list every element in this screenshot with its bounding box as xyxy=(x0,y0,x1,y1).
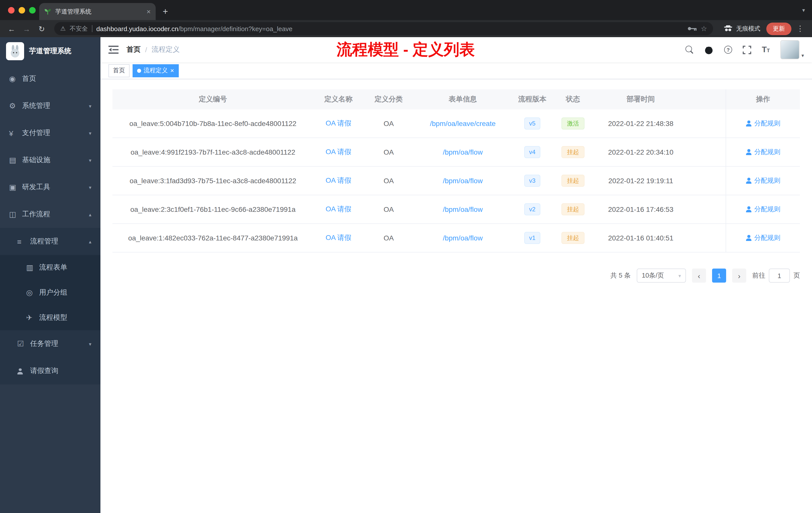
chevron-down-icon: ▾ xyxy=(89,341,91,346)
search-icon[interactable] xyxy=(686,46,694,54)
prev-page-button[interactable]: ‹ xyxy=(692,269,706,282)
sidebar-item-process-model[interactable]: ✈ 流程模型 xyxy=(0,305,100,330)
sidebar-item-label: 流程模型 xyxy=(39,313,91,322)
status-badge: 挂起 xyxy=(561,175,584,187)
forward-icon[interactable]: → xyxy=(20,25,33,32)
gear-icon: ⚙ xyxy=(9,101,22,111)
help-icon[interactable]: ? xyxy=(724,46,732,54)
sidebar-item-process-management[interactable]: ≡ 流程管理 ▴ xyxy=(0,228,100,255)
sidebar-item-label: 请假查询 xyxy=(30,366,91,375)
definition-id: oa_leave:2:3c1f0ef1-76b1-11ec-9c66-a2380… xyxy=(113,195,313,223)
status-badge: 激活 xyxy=(561,117,584,129)
page-content: 定义编号 定义名称 定义分类 表单信息 流程版本 状态 部署时间 操作 oa_l… xyxy=(100,79,812,513)
sidebar-item-workflow[interactable]: ◫ 工作流程 ▴ xyxy=(0,201,100,228)
sidebar-item-task-management[interactable]: ☑ 任务管理 ▾ xyxy=(0,330,100,357)
reload-icon[interactable]: ↻ xyxy=(35,25,48,32)
address-bar[interactable]: ⚠ 不安全 dashboard.yudao.iocoder.cn/bpm/man… xyxy=(54,22,713,35)
definition-id: oa_leave:3:1fad3d93-7b75-11ec-a3c8-acde4… xyxy=(113,167,313,195)
sidebar-logo: 芋道管理系统 xyxy=(0,37,100,65)
tab-close-icon[interactable]: × xyxy=(147,8,151,15)
breadcrumb: 首页 / 流程定义 xyxy=(126,45,180,54)
back-icon[interactable]: ← xyxy=(5,25,18,32)
browser-update-button[interactable]: 更新 xyxy=(766,22,791,35)
sidebar-item-payment[interactable]: ¥ 支付管理 ▾ xyxy=(0,119,100,147)
column-header: 表单信息 xyxy=(414,89,512,110)
sidebar-item-label: 流程表单 xyxy=(39,263,91,272)
next-page-button[interactable]: › xyxy=(732,269,746,282)
form-link[interactable]: /bpm/oa/flow xyxy=(443,205,483,213)
sidebar-item-leave-query[interactable]: 请假查询 xyxy=(0,357,100,385)
bookmark-star-icon[interactable]: ☆ xyxy=(701,25,707,32)
definition-name-link[interactable]: OA 请假 xyxy=(326,119,351,128)
breadcrumb-home[interactable]: 首页 xyxy=(126,45,141,54)
form-link[interactable]: /bpm/oa/flow xyxy=(443,177,483,185)
avatar[interactable] xyxy=(780,40,800,59)
assign-rule-link[interactable]: 分配规则 xyxy=(746,205,780,214)
browser-menu-icon[interactable]: ⋮ xyxy=(793,24,807,33)
row-spacer xyxy=(689,195,726,223)
list-icon: ≡ xyxy=(17,237,30,246)
close-window-button[interactable] xyxy=(8,7,14,13)
definition-category: OA xyxy=(364,224,414,252)
tag-process-definition[interactable]: 流程定义 × xyxy=(133,64,178,77)
minimize-window-button[interactable] xyxy=(19,7,25,13)
deploy-time: 2022-01-16 17:46:53 xyxy=(593,195,689,223)
breadcrumb-separator: / xyxy=(145,46,147,54)
font-size-icon[interactable]: TT xyxy=(762,46,770,54)
row-spacer xyxy=(689,110,726,138)
sidebar-item-label: 用户分组 xyxy=(39,288,91,297)
zoom-window-button[interactable] xyxy=(29,7,36,13)
password-key-icon[interactable] xyxy=(688,26,697,31)
person-icon xyxy=(17,367,30,375)
form-link[interactable]: /bpm/oa/leave/create xyxy=(430,119,496,127)
assign-rule-label: 分配规则 xyxy=(754,205,780,214)
tag-close-icon[interactable]: × xyxy=(170,67,174,74)
fullscreen-icon[interactable] xyxy=(743,46,751,54)
definition-name-link[interactable]: OA 请假 xyxy=(326,233,351,242)
sidebar-item-devtools[interactable]: ▣ 研发工具 ▾ xyxy=(0,174,100,201)
assign-rule-link[interactable]: 分配规则 xyxy=(746,119,780,128)
assign-rule-label: 分配规则 xyxy=(754,119,780,128)
security-label[interactable]: 不安全 xyxy=(70,24,88,33)
form-link[interactable]: /bpm/oa/flow xyxy=(443,234,483,242)
goto-page-input[interactable] xyxy=(769,269,790,282)
sidebar-item-process-form[interactable]: ▥ 流程表单 xyxy=(0,255,100,280)
form-link[interactable]: /bpm/oa/flow xyxy=(443,148,483,156)
assign-rule-label: 分配规则 xyxy=(754,176,780,185)
tags-view: 首页 流程定义 × xyxy=(100,62,812,79)
sidebar-item-user-group[interactable]: ◎ 用户分组 xyxy=(0,280,100,305)
sidebar-item-infrastructure[interactable]: ▤ 基础设施 ▾ xyxy=(0,147,100,174)
url-text[interactable]: dashboard.yudao.iocoder.cn/bpm/manager/d… xyxy=(96,25,292,32)
definition-name-link[interactable]: OA 请假 xyxy=(326,148,351,157)
tab-search-chevron-icon[interactable]: ▾ xyxy=(802,7,805,13)
app-frame: 芋道管理系统 ◉ 首页 ⚙ 系统管理 ▾ ¥ 支付管理 ▾ ▤ 基础设施 ▾ xyxy=(0,37,812,513)
user-avatar-wrap[interactable]: ▾ xyxy=(780,40,804,59)
sidebar-fold-icon[interactable] xyxy=(109,45,118,54)
assign-rule-link[interactable]: 分配规则 xyxy=(746,148,780,157)
definition-category: OA xyxy=(364,110,414,138)
logo-rabbit-icon xyxy=(6,42,24,60)
browser-tab[interactable]: 芋道管理系统 × xyxy=(39,3,156,20)
sidebar-item-system[interactable]: ⚙ 系统管理 ▾ xyxy=(0,92,100,119)
person-icon xyxy=(746,206,752,212)
new-tab-button[interactable]: + xyxy=(163,7,168,16)
definition-name-link[interactable]: OA 请假 xyxy=(326,205,351,214)
github-icon[interactable] xyxy=(704,45,714,55)
assign-rule-link[interactable]: 分配规则 xyxy=(746,176,780,185)
chevron-down-icon: ▾ xyxy=(89,184,91,190)
version-badge: v5 xyxy=(524,117,540,129)
sidebar-item-label: 基础设施 xyxy=(22,156,89,164)
assign-rule-link[interactable]: 分配规则 xyxy=(746,233,780,242)
window-controls xyxy=(8,7,36,13)
sidebar-item-home[interactable]: ◉ 首页 xyxy=(0,65,100,92)
definition-category: OA xyxy=(364,138,414,166)
page-annotation: 流程模型 - 定义列表 xyxy=(337,39,475,60)
page-number-button[interactable]: 1 xyxy=(712,269,726,282)
deploy-time: 2022-01-16 01:40:51 xyxy=(593,224,689,252)
sidebar-item-label: 支付管理 xyxy=(22,128,89,138)
version-badge: v1 xyxy=(524,232,540,244)
person-icon xyxy=(746,120,752,126)
tag-home[interactable]: 首页 xyxy=(109,64,129,77)
definition-name-link[interactable]: OA 请假 xyxy=(326,176,351,185)
page-size-select[interactable]: 10条/页 ▾ xyxy=(637,269,686,282)
